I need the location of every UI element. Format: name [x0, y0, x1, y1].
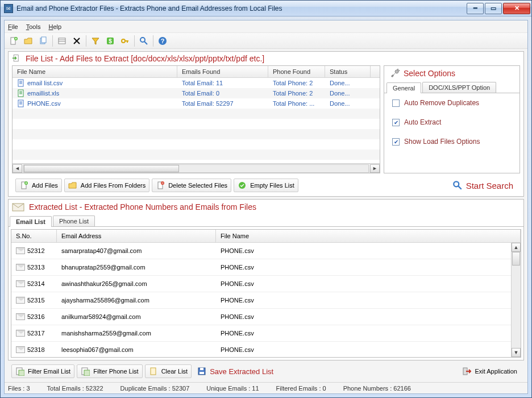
menu-file[interactable]: File — [8, 23, 18, 30]
extracted-section: Extracted List - Extracted Phone Numbers… — [8, 199, 524, 360]
extracted-grid-header: S.No. Email Address File Name — [11, 230, 521, 243]
scroll-track[interactable] — [23, 164, 369, 173]
tb-add-folder[interactable] — [23, 35, 34, 47]
clear-list-button[interactable]: Clear List — [145, 364, 192, 378]
save-list-button[interactable]: Save Extracted List — [194, 365, 277, 378]
empty-list-button[interactable]: Empty Files List — [234, 179, 298, 192]
separator — [52, 35, 53, 47]
delete-files-button[interactable]: Delete Selected Files — [152, 179, 231, 192]
extracted-row[interactable]: 52316anilkumar58924@gmail.comPHONE.csv — [11, 309, 521, 325]
extracted-row[interactable]: 52313bhanupratap2559@gmail.comPHONE.csv — [11, 259, 521, 276]
maximize-button[interactable]: ▭ — [485, 3, 502, 14]
svg-rect-13 — [18, 90, 23, 97]
scroll-track[interactable] — [512, 252, 521, 348]
tools-icon — [390, 68, 400, 78]
mail-icon — [16, 264, 25, 271]
app-body: File Tools Help $ ? File List - Add F — [4, 20, 528, 394]
add-files-button[interactable]: Add Files — [15, 179, 62, 192]
status-bar: Files : 3 Total Emails : 52322 Duplicate… — [5, 382, 527, 393]
scroll-thumb[interactable] — [512, 252, 520, 266]
extracted-title: Extracted List - Extracted Phone Numbers… — [29, 202, 256, 212]
col-phones[interactable]: Phone Found — [268, 66, 325, 77]
scroll-down-button[interactable]: ▼ — [512, 348, 521, 357]
envelope-icon — [12, 202, 24, 212]
file-grid-body[interactable]: email list.csvTotal Email: 11Total Phone… — [13, 78, 380, 163]
filter-email-button[interactable]: Filter Email List — [11, 364, 74, 378]
tab-phone-list[interactable]: Phone List — [53, 215, 95, 226]
col-status[interactable]: Status — [325, 66, 371, 77]
col-email[interactable]: Email Address — [57, 230, 216, 242]
svg-rect-25 — [84, 370, 90, 376]
extracted-grid: S.No. Email Address File Name 52312samar… — [11, 229, 521, 358]
opt-auto-extract[interactable]: ✔Auto Extract — [392, 118, 512, 126]
search-icon — [452, 180, 463, 190]
separator — [86, 35, 86, 47]
file-row[interactable]: email list.csvTotal Email: 11Total Phone… — [13, 78, 380, 88]
mail-icon — [16, 330, 25, 337]
col-sno[interactable]: S.No. — [11, 230, 57, 242]
extracted-row[interactable]: 52314awinashthakur265@gmail.comPHONE.csv — [11, 276, 521, 292]
tb-search[interactable] — [138, 35, 149, 47]
file-grid: File Name Emails Found Phone Found Statu… — [12, 65, 380, 173]
col-emails[interactable]: Emails Found — [177, 66, 268, 77]
extracted-row[interactable]: 52312samarpratap407@gmail.comPHONE.csv — [11, 243, 521, 259]
checkbox-icon[interactable]: ✔ — [392, 138, 400, 146]
minimize-button[interactable]: ━ — [467, 3, 484, 14]
tb-add-file[interactable] — [8, 35, 19, 47]
opt-show-load[interactable]: ✔Show Load Files Options — [392, 138, 512, 146]
file-list-header: File List - Add Files to Extract [doc/do… — [9, 52, 523, 65]
scroll-left-button[interactable]: ◄ — [13, 164, 22, 173]
file-list-section: File List - Add Files to Extract [doc/do… — [8, 51, 524, 197]
tb-delete[interactable] — [71, 35, 82, 47]
file-list-title: File List - Add Files to Extract [doc/do… — [26, 54, 264, 63]
file-row[interactable]: emaillist.xlsTotal Email: 0Total Phone: … — [13, 88, 380, 98]
tb-copy[interactable] — [38, 35, 49, 47]
extracted-row[interactable]: 52317manishsharma2559@gmail.comPHONE.csv — [11, 325, 521, 342]
exit-button[interactable]: Exit Application — [459, 365, 521, 378]
tab-email-list[interactable]: Email List — [10, 216, 52, 227]
svg-text:?: ? — [161, 38, 165, 44]
col-filename[interactable]: File Name — [13, 66, 177, 77]
file-grid-hscroll[interactable]: ◄ ► — [13, 163, 380, 173]
tb-help[interactable]: ? — [157, 35, 168, 47]
menu-tools[interactable]: Tools — [26, 23, 41, 30]
separator — [153, 35, 153, 47]
tb-list[interactable] — [56, 35, 68, 47]
menu-help[interactable]: Help — [48, 23, 61, 30]
file-grid-header: File Name Emails Found Phone Found Statu… — [13, 66, 380, 78]
col-filename[interactable]: File Name — [216, 230, 521, 242]
extracted-header: Extracted List - Extracted Phone Numbers… — [9, 200, 523, 214]
checkbox-icon[interactable] — [392, 100, 400, 107]
options-title: Select Options — [404, 69, 455, 78]
status-total: Total Emails : 52322 — [47, 385, 103, 392]
extracted-row[interactable]: 52315ajaysharma255896@gmail.comPHONE.csv — [11, 292, 521, 309]
tab-doc-xls-ppt[interactable]: DOC/XLS/PPT Option — [422, 82, 496, 93]
extracted-row[interactable]: 52318leesophia067@gmail.comPHONE.csv — [11, 342, 521, 357]
checkbox-icon[interactable]: ✔ — [392, 119, 400, 126]
mail-icon — [16, 297, 25, 304]
svg-rect-26 — [151, 368, 156, 375]
scroll-up-button[interactable]: ▲ — [512, 243, 521, 252]
app-icon: ✉ — [4, 4, 13, 13]
status-filtered: Filtered Emails : 0 — [276, 385, 326, 392]
add-folder-button[interactable]: Add Files From Folders — [64, 179, 149, 192]
tb-key[interactable] — [119, 35, 131, 47]
svg-rect-4 — [59, 38, 65, 44]
toolbar: $ ? — [5, 33, 527, 49]
tb-dollar[interactable]: $ — [105, 35, 116, 47]
vscrollbar[interactable]: ▲ ▼ — [511, 243, 521, 357]
scroll-thumb[interactable] — [24, 165, 179, 172]
menubar: File Tools Help — [5, 20, 527, 33]
filter-phone-button[interactable]: Filter Phone List — [77, 364, 142, 378]
scroll-right-button[interactable]: ► — [370, 164, 380, 173]
mail-icon — [16, 346, 25, 353]
file-arrow-icon — [12, 54, 21, 63]
close-button[interactable]: ✕ — [503, 3, 530, 14]
start-search-button[interactable]: Start Search — [449, 179, 517, 192]
tb-filter[interactable] — [90, 35, 101, 47]
tab-general[interactable]: General — [386, 82, 421, 93]
app-window: ✉ Email and Phone Extractor Files - Extr… — [0, 0, 532, 398]
opt-remove-dup[interactable]: Auto Remove Duplicates — [392, 99, 512, 107]
extracted-grid-body[interactable]: 52312samarpratap407@gmail.comPHONE.csv52… — [11, 243, 521, 357]
file-row[interactable]: PHONE.csvTotal Email: 52297Total Phone: … — [13, 98, 380, 109]
